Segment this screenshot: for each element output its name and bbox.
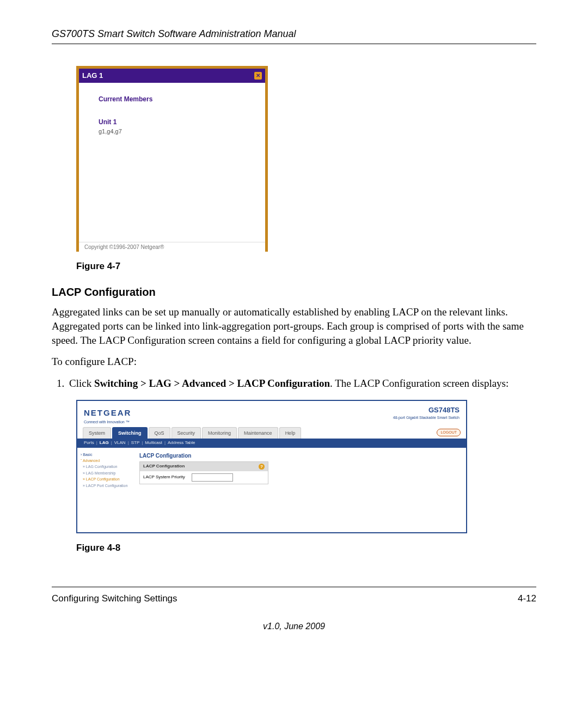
tab-system[interactable]: System <box>83 427 111 439</box>
panel-header: LACP Configuration ? <box>140 462 268 471</box>
popup-copyright: Copyright ©1996-2007 Netgear® <box>79 242 265 252</box>
model-block: GS748TS 48-port Gigabit Stackable Smart … <box>393 405 460 420</box>
step-1-post: . The LACP Configuration screen displays… <box>330 378 509 389</box>
step-1-path: Switching > LAG > Advanced > LACP Config… <box>94 378 330 389</box>
footer-version: v1.0, June 2009 <box>52 620 536 632</box>
screen-header: NETGEAR Connect with Innovation ™ GS748T… <box>77 401 466 427</box>
close-icon[interactable]: ✕ <box>254 72 262 80</box>
figure-4-8-caption: Figure 4-8 <box>76 542 536 555</box>
tab-monitoring[interactable]: Monitoring <box>202 427 237 439</box>
model-name: GS748TS <box>393 405 460 415</box>
subtab-address-table[interactable]: Address Table <box>168 440 195 446</box>
side-item-lag-membership[interactable]: » LAG Membership <box>83 471 130 476</box>
help-icon[interactable]: ? <box>259 464 265 470</box>
paragraph-1: Aggregated links can be set up manually … <box>52 305 536 347</box>
sub-tab-bar: Ports| LAG| VLAN| STP| Multicast| Addres… <box>77 439 466 448</box>
config-panel: LACP Configuration ? LACP System Priorit… <box>139 461 268 484</box>
tab-maintenance[interactable]: Maintenance <box>238 427 278 439</box>
popup-title: LAG 1 <box>82 71 103 81</box>
brand-tagline: Connect with Innovation ™ <box>84 419 131 424</box>
side-list: » LAG Configuration » LAG Membership » L… <box>83 464 130 488</box>
paragraph-2: To configure LACP: <box>52 355 536 369</box>
step-1-pre: Click <box>69 378 94 389</box>
panel-title: LACP Configuration <box>143 464 185 470</box>
footer-right: 4-12 <box>518 593 536 605</box>
side-item-lacp-port-config[interactable]: » LACP Port Configuration <box>83 483 130 488</box>
brand-logo: NETGEAR <box>84 408 131 417</box>
main-tab-row: System Switching QoS Security Monitoring… <box>77 427 466 439</box>
brand-block: NETGEAR Connect with Innovation ™ <box>84 405 131 424</box>
figure-4-7-caption: Figure 4-7 <box>76 260 536 273</box>
content-area: LACP Configuration LACP Configuration ? … <box>133 448 466 532</box>
logout-button[interactable]: LOGOUT <box>437 429 461 436</box>
side-nav: › Basic ˇ Advanced » LAG Configuration »… <box>77 448 133 532</box>
priority-input[interactable] <box>192 473 233 482</box>
content-title: LACP Configuration <box>139 452 460 460</box>
figure-4-7: LAG 1 ✕ Current Members Unit 1 g1,g4,g7 … <box>76 66 536 252</box>
unit-label: Unit 1 <box>99 118 246 126</box>
subtab-multicast[interactable]: Multicast <box>145 440 162 446</box>
page-footer: Configuring Switching Settings 4-12 <box>52 587 536 605</box>
footer-left: Configuring Switching Settings <box>52 593 177 605</box>
model-desc: 48-port Gigabit Stackable Smart Switch <box>393 415 460 420</box>
section-heading: LACP Configuration <box>52 285 536 300</box>
current-members-label: Current Members <box>99 95 246 104</box>
popup-titlebar: LAG 1 ✕ <box>79 69 265 83</box>
priority-label: LACP System Priority <box>143 474 185 480</box>
subtab-stp[interactable]: STP <box>131 440 140 446</box>
step-1: Click Switching > LAG > Advanced > LACP … <box>67 376 536 391</box>
unit-ports: g1,g4,g7 <box>99 127 246 136</box>
lacp-screen: NETGEAR Connect with Innovation ™ GS748T… <box>76 400 467 533</box>
page-footer-version: v1.0, June 2009 <box>52 605 536 632</box>
figure-4-8: NETGEAR Connect with Innovation ™ GS748T… <box>76 400 536 533</box>
subtab-ports[interactable]: Ports <box>84 440 94 446</box>
screen-main: › Basic ˇ Advanced » LAG Configuration »… <box>77 448 466 532</box>
lag-popup: LAG 1 ✕ Current Members Unit 1 g1,g4,g7 … <box>76 66 268 252</box>
tab-security[interactable]: Security <box>171 427 201 439</box>
popup-body: Current Members Unit 1 g1,g4,g7 <box>79 83 265 242</box>
running-header: GS700TS Smart Switch Software Administra… <box>52 27 536 44</box>
priority-row: LACP System Priority <box>140 471 268 484</box>
side-item-lag-config[interactable]: » LAG Configuration <box>83 464 130 469</box>
side-item-lacp-config[interactable]: » LACP Configuration <box>83 477 130 482</box>
tab-help[interactable]: Help <box>279 427 302 439</box>
subtab-vlan[interactable]: VLAN <box>114 440 126 446</box>
tab-qos[interactable]: QoS <box>149 427 170 439</box>
step-list: Click Switching > LAG > Advanced > LACP … <box>52 376 536 391</box>
subtab-lag[interactable]: LAG <box>100 440 109 446</box>
tab-switching[interactable]: Switching <box>112 427 148 439</box>
side-advanced[interactable]: ˇ Advanced <box>81 458 130 463</box>
side-basic[interactable]: › Basic <box>81 452 130 457</box>
